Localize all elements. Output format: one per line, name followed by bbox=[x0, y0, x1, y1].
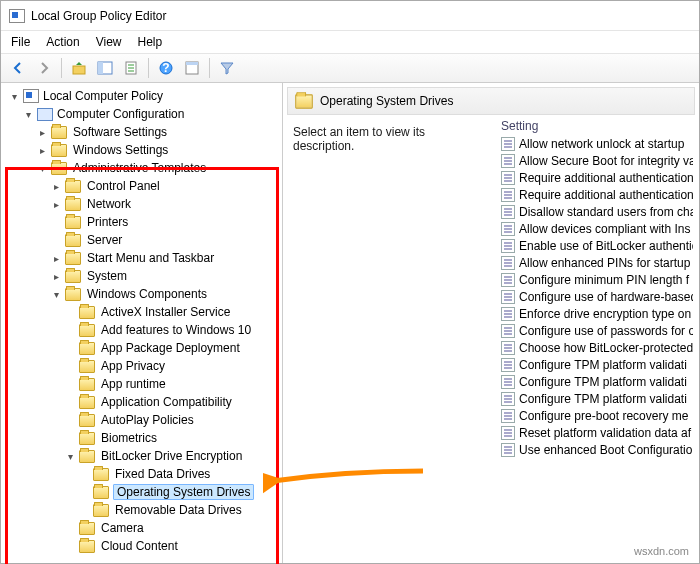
description-column: Select an item to view its description. bbox=[287, 119, 495, 559]
setting-item[interactable]: Allow devices compliant with Ins bbox=[501, 220, 693, 237]
up-button[interactable] bbox=[68, 57, 90, 79]
setting-label: Choose how BitLocker-protected bbox=[519, 341, 693, 355]
folder-icon bbox=[79, 378, 95, 391]
tree-printers[interactable]: Printers bbox=[49, 213, 280, 231]
setting-label: Disallow standard users from cha bbox=[519, 205, 693, 219]
setting-item[interactable]: Require additional authentication bbox=[501, 186, 693, 203]
folder-icon bbox=[51, 144, 67, 157]
menu-file[interactable]: File bbox=[11, 35, 30, 49]
tree-add-features[interactable]: Add features to Windows 10 bbox=[63, 321, 280, 339]
tree-fixed-drives[interactable]: Fixed Data Drives bbox=[77, 465, 280, 483]
setting-icon bbox=[501, 239, 515, 253]
setting-item[interactable]: Configure use of hardware-based bbox=[501, 288, 693, 305]
setting-icon bbox=[501, 205, 515, 219]
help-button[interactable]: ? bbox=[155, 57, 177, 79]
setting-icon bbox=[501, 392, 515, 406]
tree-activex[interactable]: ActiveX Installer Service bbox=[63, 303, 280, 321]
menu-action[interactable]: Action bbox=[46, 35, 79, 49]
folder-icon bbox=[93, 468, 109, 481]
folder-icon bbox=[79, 396, 95, 409]
menu-help[interactable]: Help bbox=[138, 35, 163, 49]
setting-label: Reset platform validation data af bbox=[519, 426, 691, 440]
folder-icon bbox=[79, 540, 95, 553]
tree-pane[interactable]: Local Computer Policy Computer Configura… bbox=[1, 83, 283, 563]
tree-camera[interactable]: Camera bbox=[63, 519, 280, 537]
tree-root[interactable]: Local Computer Policy bbox=[7, 87, 280, 105]
watermark: wsxdn.com bbox=[634, 545, 689, 557]
settings-header[interactable]: Setting bbox=[501, 119, 693, 133]
setting-item[interactable]: Choose how BitLocker-protected bbox=[501, 339, 693, 356]
export-button[interactable] bbox=[120, 57, 142, 79]
setting-icon bbox=[501, 375, 515, 389]
setting-label: Allow devices compliant with Ins bbox=[519, 222, 690, 236]
setting-icon bbox=[501, 222, 515, 236]
menu-view[interactable]: View bbox=[96, 35, 122, 49]
setting-item[interactable]: Reset platform validation data af bbox=[501, 424, 693, 441]
tree-bitlocker[interactable]: BitLocker Drive Encryption bbox=[63, 447, 280, 465]
description-prompt: Select an item to view its description. bbox=[293, 125, 489, 153]
setting-icon bbox=[501, 358, 515, 372]
back-button[interactable] bbox=[7, 57, 29, 79]
folder-icon bbox=[65, 288, 81, 301]
setting-icon bbox=[501, 290, 515, 304]
setting-label: Allow Secure Boot for integrity va bbox=[519, 154, 693, 168]
svg-rect-0 bbox=[73, 66, 85, 74]
separator bbox=[148, 58, 149, 78]
policy-icon bbox=[23, 89, 39, 103]
body: Local Computer Policy Computer Configura… bbox=[1, 83, 699, 563]
setting-label: Require additional authentication bbox=[519, 188, 693, 202]
filter-button[interactable] bbox=[216, 57, 238, 79]
svg-rect-7 bbox=[186, 62, 198, 65]
setting-item[interactable]: Configure TPM platform validati bbox=[501, 373, 693, 390]
setting-item[interactable]: Enable use of BitLocker authentic bbox=[501, 237, 693, 254]
setting-label: Enable use of BitLocker authentic bbox=[519, 239, 693, 253]
setting-icon bbox=[501, 307, 515, 321]
setting-item[interactable]: Require additional authentication bbox=[501, 169, 693, 186]
setting-item[interactable]: Configure use of passwords for o bbox=[501, 322, 693, 339]
setting-icon bbox=[501, 324, 515, 338]
folder-icon bbox=[79, 522, 95, 535]
setting-item[interactable]: Disallow standard users from cha bbox=[501, 203, 693, 220]
tree-control-panel[interactable]: Control Panel bbox=[49, 177, 280, 195]
forward-button[interactable] bbox=[33, 57, 55, 79]
setting-label: Configure pre-boot recovery me bbox=[519, 409, 688, 423]
tree-app-runtime[interactable]: App runtime bbox=[63, 375, 280, 393]
setting-item[interactable]: Allow Secure Boot for integrity va bbox=[501, 152, 693, 169]
setting-item[interactable]: Enforce drive encryption type on bbox=[501, 305, 693, 322]
tree-biometrics[interactable]: Biometrics bbox=[63, 429, 280, 447]
details-pane: Operating System Drives Select an item t… bbox=[283, 83, 699, 563]
setting-item[interactable]: Configure TPM platform validati bbox=[501, 390, 693, 407]
tree-os-drives[interactable]: Operating System Drives bbox=[77, 483, 280, 501]
separator bbox=[209, 58, 210, 78]
tree-computer-configuration[interactable]: Computer Configuration bbox=[21, 105, 280, 123]
setting-item[interactable]: Configure TPM platform validati bbox=[501, 356, 693, 373]
tree-app-pkg[interactable]: App Package Deployment bbox=[63, 339, 280, 357]
setting-item[interactable]: Use enhanced Boot Configuration bbox=[501, 441, 693, 458]
tree-cloud-content[interactable]: Cloud Content bbox=[63, 537, 280, 555]
folder-icon bbox=[79, 360, 95, 373]
tree-software-settings[interactable]: Software Settings bbox=[35, 123, 280, 141]
setting-item[interactable]: Configure pre-boot recovery me bbox=[501, 407, 693, 424]
tree-app-compat[interactable]: Application Compatibility bbox=[63, 393, 280, 411]
tree-network[interactable]: Network bbox=[49, 195, 280, 213]
tree-autoplay[interactable]: AutoPlay Policies bbox=[63, 411, 280, 429]
setting-icon bbox=[501, 409, 515, 423]
setting-icon bbox=[501, 188, 515, 202]
show-hide-tree-button[interactable] bbox=[94, 57, 116, 79]
setting-item[interactable]: Configure minimum PIN length f bbox=[501, 271, 693, 288]
setting-icon bbox=[501, 171, 515, 185]
tree-windows-components[interactable]: Windows Components bbox=[49, 285, 280, 303]
tree-start-menu[interactable]: Start Menu and Taskbar bbox=[49, 249, 280, 267]
tree-server[interactable]: Server bbox=[49, 231, 280, 249]
setting-label: Configure TPM platform validati bbox=[519, 375, 687, 389]
setting-item[interactable]: Allow network unlock at startup bbox=[501, 135, 693, 152]
properties-button[interactable] bbox=[181, 57, 203, 79]
setting-item[interactable]: Allow enhanced PINs for startup bbox=[501, 254, 693, 271]
tree-removable-drives[interactable]: Removable Data Drives bbox=[77, 501, 280, 519]
details-header: Operating System Drives bbox=[287, 87, 695, 115]
tree-windows-settings[interactable]: Windows Settings bbox=[35, 141, 280, 159]
setting-label: Configure use of hardware-based bbox=[519, 290, 693, 304]
tree-app-privacy[interactable]: App Privacy bbox=[63, 357, 280, 375]
tree-system[interactable]: System bbox=[49, 267, 280, 285]
tree-admin-templates[interactable]: Administrative Templates bbox=[35, 159, 280, 177]
